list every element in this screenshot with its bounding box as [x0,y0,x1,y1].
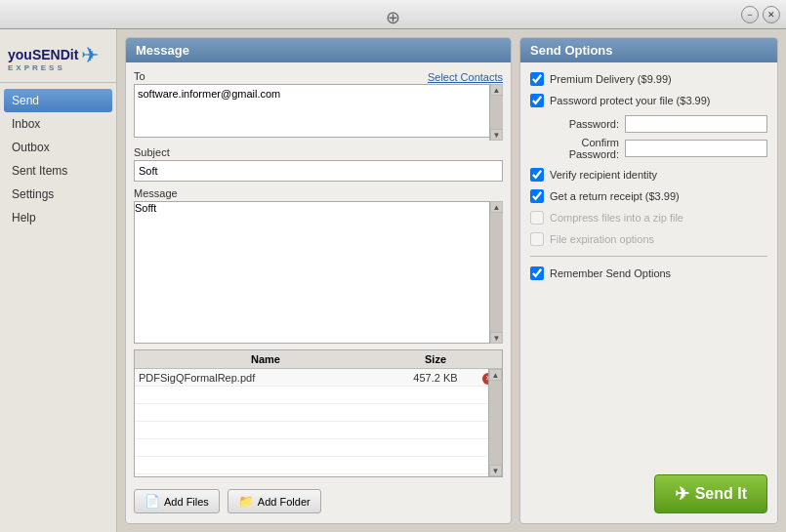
file-name-col-header: Name [135,353,396,365]
file-scroll-down[interactable]: ▼ [489,465,502,476]
add-files-icon: 📄 [145,494,160,509]
message-scroll-track [490,213,503,332]
add-folder-button[interactable]: 📁 Add Folder [228,489,321,513]
option-compress: Compress files into a zip file [530,211,767,225]
sidebar-item-settings[interactable]: Settings [0,183,116,206]
verify-identity-checkbox[interactable] [530,168,544,182]
file-row-empty [135,404,502,422]
subject-input[interactable] [134,160,503,182]
add-folder-label: Add Folder [258,496,310,508]
logo-text: youSENDit EXPRESS [8,47,78,72]
message-section: Message ▲ ▼ [134,187,503,344]
send-it-area: ✈ Send It [520,465,777,523]
to-input[interactable] [134,84,503,138]
sidebar: youSENDit EXPRESS ✈ Send Inbox Outbox Se… [0,29,117,532]
divider [530,256,767,257]
verify-identity-label: Verify recipient identity [550,169,657,181]
file-name-cell: PDFSigQFormalRep.pdf [135,372,396,384]
message-scrollbar: ▲ ▼ [489,201,503,344]
to-label: To [134,70,145,82]
to-scrollbar: ▲ ▼ [489,84,503,141]
message-panel-body: To Select Contacts ▲ ▼ Subject [126,62,511,523]
return-receipt-label: Get a return receipt ($3.99) [550,190,680,202]
premium-label: Premium Delivery ($9.99) [550,73,672,85]
content-area: Message To Select Contacts ▲ ▼ [117,29,786,532]
file-row-empty [135,422,502,439]
file-list-header: Name Size [135,350,502,369]
send-it-icon: ✈ [675,483,689,505]
premium-checkbox[interactable] [530,72,544,86]
expiration-label: File expiration options [550,233,654,245]
sidebar-item-outbox[interactable]: Outbox [0,136,116,159]
password-protect-checkbox[interactable] [530,94,544,107]
return-receipt-checkbox[interactable] [530,189,544,203]
file-action-col-header [475,353,502,365]
to-textarea-wrap: ▲ ▼ [134,84,503,141]
add-files-label: Add Files [164,496,209,508]
password-row: Password: [550,115,767,133]
add-folder-icon: 📁 [238,494,254,509]
close-button[interactable]: ✕ [763,6,780,23]
sidebar-item-send[interactable]: Send [4,89,112,112]
option-expiration: File expiration options [530,232,767,246]
send-options-panel: Send Options Premium Delivery ($9.99) Pa… [519,37,778,524]
file-list: Name Size PDFSigQFormalRep.pdf 457.2 KB … [134,349,503,477]
minimize-button[interactable]: − [741,6,759,23]
logo-it: it [70,47,79,62]
password-protect-label: Password protect your file ($3.99) [550,95,710,106]
option-premium: Premium Delivery ($9.99) [530,72,767,86]
select-contacts-link[interactable]: Select Contacts [428,71,503,83]
remember-label: Remember Send Options [550,267,671,279]
file-row-empty [135,387,502,404]
compress-checkbox[interactable] [530,211,544,225]
compress-label: Compress files into a zip file [550,212,683,224]
remember-checkbox[interactable] [530,266,544,280]
to-section: To Select Contacts ▲ ▼ [134,70,503,141]
message-input[interactable] [134,201,503,344]
confirm-password-row: Confirm Password: [550,137,767,160]
expiration-checkbox[interactable] [530,232,544,246]
send-it-button[interactable]: ✈ Send It [654,474,767,513]
sidebar-item-sent-items[interactable]: Sent Items [0,159,116,183]
main-container: youSENDit EXPRESS ✈ Send Inbox Outbox Se… [0,29,786,532]
password-section: Password: Confirm Password: [530,115,767,160]
message-scroll-up[interactable]: ▲ [490,201,503,213]
logo-container: youSENDit EXPRESS ✈ [0,39,116,83]
message-panel: Message To Select Contacts ▲ ▼ [125,37,512,524]
to-field-row: To Select Contacts [134,70,503,84]
file-row-empty [135,457,502,474]
message-scroll-down[interactable]: ▼ [490,332,503,344]
to-scroll-up[interactable]: ▲ [490,84,503,96]
message-label: Message [134,187,503,199]
subject-section: Subject [134,146,503,182]
logo-you: you [8,47,32,62]
file-scroll-track [489,381,502,465]
logo-brand: youSENDit EXPRESS ✈ [8,47,108,72]
send-it-label: Send It [695,485,747,503]
password-label: Password: [550,118,619,130]
sidebar-item-inbox[interactable]: Inbox [0,112,116,136]
file-buttons: 📄 Add Files 📁 Add Folder [134,483,503,515]
confirm-password-input[interactable] [625,140,767,157]
logo-send: SEND [32,47,70,62]
file-list-scrollbar: ▲ ▼ [488,369,502,476]
logo-main: youSENDit [8,47,78,62]
add-files-button[interactable]: 📄 Add Files [134,489,220,513]
file-row: PDFSigQFormalRep.pdf 457.2 KB ✕ [135,369,502,387]
file-row-empty [135,439,502,457]
subject-label: Subject [134,146,503,158]
file-rows: PDFSigQFormalRep.pdf 457.2 KB ✕ [135,369,502,476]
to-scroll-down[interactable]: ▼ [490,129,503,141]
options-body: Premium Delivery ($9.99) Password protec… [520,62,777,465]
password-input[interactable] [625,115,767,133]
file-scroll-up[interactable]: ▲ [489,369,502,381]
logo-plane-icon: ✈ [81,47,99,64]
sidebar-item-help[interactable]: Help [0,206,116,229]
to-scroll-track [490,96,503,129]
option-return-receipt: Get a return receipt ($3.99) [530,189,767,203]
logo-express: EXPRESS [8,63,78,72]
send-options-header: Send Options [520,38,777,62]
option-password-protect: Password protect your file ($3.99) [530,94,767,107]
file-size-cell: 457.2 KB [396,372,475,384]
option-remember: Remember Send Options [530,266,767,280]
